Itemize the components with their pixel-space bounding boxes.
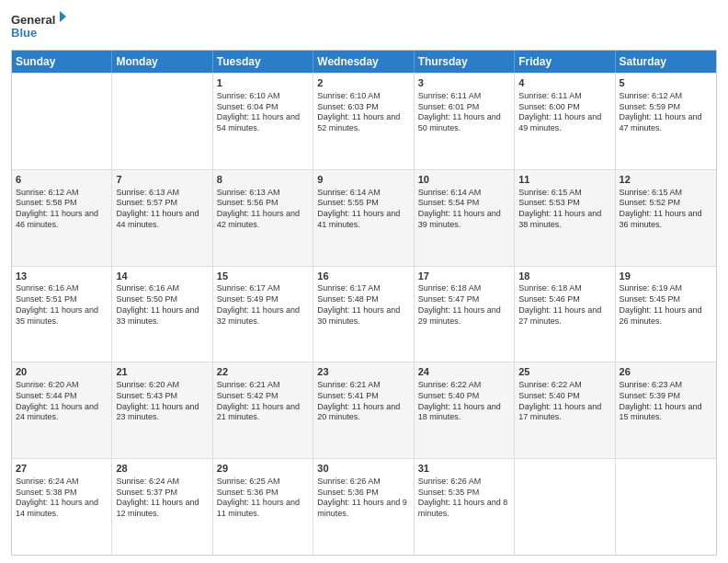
day-number: 5 [620, 76, 712, 90]
day-number: 30 [317, 462, 409, 476]
day-number: 22 [217, 365, 309, 379]
calendar: SundayMondayTuesdayWednesdayThursdayFrid… [11, 50, 717, 556]
cell-info: Sunrise: 6:19 AMSunset: 5:45 PMDaylight:… [620, 283, 712, 327]
cal-cell-0 [12, 74, 112, 169]
day-number: 16 [317, 270, 409, 283]
cal-cell-23: 22Sunrise: 6:21 AMSunset: 5:42 PMDayligh… [213, 362, 313, 458]
cell-info: Sunrise: 6:22 AMSunset: 5:40 PMDaylight:… [418, 380, 510, 423]
day-number: 28 [116, 462, 208, 476]
header-day-sunday: Sunday [12, 51, 112, 73]
day-number: 6 [16, 173, 108, 187]
day-number: 4 [518, 76, 610, 90]
day-number: 23 [317, 365, 409, 379]
cal-cell-8: 7Sunrise: 6:13 AMSunset: 5:57 PMDaylight… [112, 170, 212, 266]
day-number: 31 [418, 462, 510, 476]
cal-cell-14: 13Sunrise: 6:16 AMSunset: 5:51 PMDayligh… [12, 267, 112, 362]
cal-cell-2: 1Sunrise: 6:10 AMSunset: 6:04 PMDaylight… [213, 74, 313, 169]
cell-info: Sunrise: 6:16 AMSunset: 5:50 PMDaylight:… [116, 283, 208, 327]
cell-info: Sunrise: 6:20 AMSunset: 5:44 PMDaylight:… [16, 380, 108, 423]
cal-cell-15: 14Sunrise: 6:16 AMSunset: 5:50 PMDayligh… [112, 267, 212, 362]
cal-cell-31: 30Sunrise: 6:26 AMSunset: 5:36 PMDayligh… [313, 459, 414, 555]
cal-cell-7: 6Sunrise: 6:12 AMSunset: 5:58 PMDaylight… [12, 170, 112, 266]
day-number: 27 [16, 462, 108, 476]
cell-info: Sunrise: 6:14 AMSunset: 5:54 PMDaylight:… [418, 188, 510, 231]
cell-info: Sunrise: 6:21 AMSunset: 5:42 PMDaylight:… [217, 380, 309, 423]
day-number: 10 [418, 173, 510, 187]
cell-info: Sunrise: 6:13 AMSunset: 5:56 PMDaylight:… [217, 188, 309, 231]
cal-cell-29: 28Sunrise: 6:24 AMSunset: 5:37 PMDayligh… [112, 459, 212, 555]
calendar-header: SundayMondayTuesdayWednesdayThursdayFrid… [12, 51, 716, 73]
cal-cell-21: 20Sunrise: 6:20 AMSunset: 5:44 PMDayligh… [12, 362, 112, 458]
cell-info: Sunrise: 6:18 AMSunset: 5:47 PMDaylight:… [418, 283, 510, 327]
header-day-tuesday: Tuesday [213, 51, 313, 73]
cell-info: Sunrise: 6:17 AMSunset: 5:49 PMDaylight:… [217, 283, 309, 327]
header-day-monday: Monday [112, 51, 212, 73]
cal-cell-16: 15Sunrise: 6:17 AMSunset: 5:49 PMDayligh… [213, 267, 313, 362]
svg-marker-2 [60, 11, 66, 22]
cal-cell-3: 2Sunrise: 6:10 AMSunset: 6:03 PMDaylight… [313, 74, 414, 169]
day-number: 29 [217, 462, 309, 476]
calendar-body: 1Sunrise: 6:10 AMSunset: 6:04 PMDaylight… [12, 73, 716, 555]
cal-cell-19: 18Sunrise: 6:18 AMSunset: 5:46 PMDayligh… [515, 267, 615, 362]
cal-cell-18: 17Sunrise: 6:18 AMSunset: 5:47 PMDayligh… [415, 267, 515, 362]
cal-cell-33 [515, 459, 615, 555]
cell-info: Sunrise: 6:21 AMSunset: 5:41 PMDaylight:… [317, 380, 409, 423]
day-number: 7 [116, 173, 208, 187]
day-number: 15 [217, 270, 309, 283]
cal-cell-17: 16Sunrise: 6:17 AMSunset: 5:48 PMDayligh… [313, 267, 414, 362]
day-number: 3 [418, 76, 510, 90]
cell-info: Sunrise: 6:14 AMSunset: 5:55 PMDaylight:… [317, 188, 409, 231]
cal-cell-9: 8Sunrise: 6:13 AMSunset: 5:56 PMDaylight… [213, 170, 313, 266]
cell-info: Sunrise: 6:26 AMSunset: 5:35 PMDaylight:… [418, 477, 510, 520]
day-number: 18 [518, 270, 610, 283]
cal-cell-11: 10Sunrise: 6:14 AMSunset: 5:54 PMDayligh… [415, 170, 515, 266]
day-number: 20 [16, 365, 108, 379]
calendar-page: General Blue SundayMondayTuesdayWednesda… [0, 0, 728, 563]
cal-cell-4: 3Sunrise: 6:11 AMSunset: 6:01 PMDaylight… [415, 74, 515, 169]
day-number: 19 [620, 270, 712, 283]
cell-info: Sunrise: 6:17 AMSunset: 5:48 PMDaylight:… [317, 283, 409, 327]
day-number: 8 [217, 173, 309, 187]
day-number: 2 [317, 76, 409, 90]
cell-info: Sunrise: 6:12 AMSunset: 5:58 PMDaylight:… [16, 188, 108, 231]
cell-info: Sunrise: 6:15 AMSunset: 5:53 PMDaylight:… [518, 188, 610, 231]
cell-info: Sunrise: 6:20 AMSunset: 5:43 PMDaylight:… [116, 380, 208, 423]
cell-info: Sunrise: 6:11 AMSunset: 6:01 PMDaylight:… [418, 91, 510, 134]
day-number: 21 [116, 365, 208, 379]
cal-cell-27: 26Sunrise: 6:23 AMSunset: 5:39 PMDayligh… [616, 362, 716, 458]
logo: General Blue [11, 9, 66, 44]
week-row-4: 20Sunrise: 6:20 AMSunset: 5:44 PMDayligh… [12, 362, 716, 458]
cell-info: Sunrise: 6:15 AMSunset: 5:52 PMDaylight:… [620, 188, 712, 231]
cal-cell-10: 9Sunrise: 6:14 AMSunset: 5:55 PMDaylight… [313, 170, 414, 266]
day-number: 24 [418, 365, 510, 379]
cal-cell-12: 11Sunrise: 6:15 AMSunset: 5:53 PMDayligh… [515, 170, 615, 266]
cal-cell-30: 29Sunrise: 6:25 AMSunset: 5:36 PMDayligh… [213, 459, 313, 555]
cal-cell-20: 19Sunrise: 6:19 AMSunset: 5:45 PMDayligh… [616, 267, 716, 362]
week-row-3: 13Sunrise: 6:16 AMSunset: 5:51 PMDayligh… [12, 266, 716, 362]
cal-cell-25: 24Sunrise: 6:22 AMSunset: 5:40 PMDayligh… [415, 362, 515, 458]
week-row-1: 1Sunrise: 6:10 AMSunset: 6:04 PMDaylight… [12, 73, 716, 169]
cell-info: Sunrise: 6:23 AMSunset: 5:39 PMDaylight:… [620, 380, 712, 423]
day-number: 12 [620, 173, 712, 187]
week-row-2: 6Sunrise: 6:12 AMSunset: 5:58 PMDaylight… [12, 169, 716, 266]
cell-info: Sunrise: 6:16 AMSunset: 5:51 PMDaylight:… [16, 283, 108, 327]
header-day-friday: Friday [515, 51, 615, 73]
cal-cell-28: 27Sunrise: 6:24 AMSunset: 5:38 PMDayligh… [12, 459, 112, 555]
svg-text:Blue: Blue [11, 26, 37, 40]
cell-info: Sunrise: 6:13 AMSunset: 5:57 PMDaylight:… [116, 188, 208, 231]
day-number: 25 [518, 365, 610, 379]
day-number: 14 [116, 270, 208, 283]
day-number: 26 [620, 365, 712, 379]
svg-text:General: General [11, 13, 55, 27]
cal-cell-5: 4Sunrise: 6:11 AMSunset: 6:00 PMDaylight… [515, 74, 615, 169]
cal-cell-24: 23Sunrise: 6:21 AMSunset: 5:41 PMDayligh… [313, 362, 414, 458]
cell-info: Sunrise: 6:26 AMSunset: 5:36 PMDaylight:… [317, 477, 409, 520]
cell-info: Sunrise: 6:24 AMSunset: 5:38 PMDaylight:… [16, 477, 108, 520]
cell-info: Sunrise: 6:22 AMSunset: 5:40 PMDaylight:… [518, 380, 610, 423]
cal-cell-22: 21Sunrise: 6:20 AMSunset: 5:43 PMDayligh… [112, 362, 212, 458]
cell-info: Sunrise: 6:11 AMSunset: 6:00 PMDaylight:… [518, 91, 610, 134]
cell-info: Sunrise: 6:25 AMSunset: 5:36 PMDaylight:… [217, 477, 309, 520]
cell-info: Sunrise: 6:10 AMSunset: 6:04 PMDaylight:… [217, 91, 309, 134]
cal-cell-26: 25Sunrise: 6:22 AMSunset: 5:40 PMDayligh… [515, 362, 615, 458]
header-day-wednesday: Wednesday [313, 51, 414, 73]
